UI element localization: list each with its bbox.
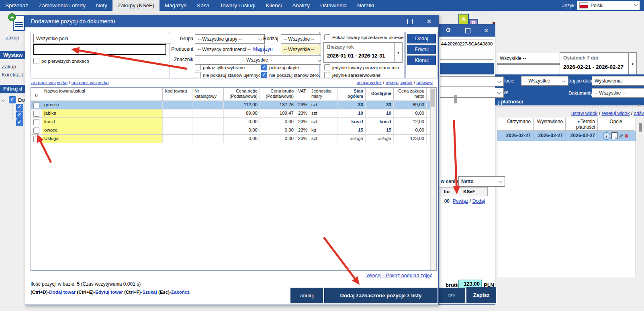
menu-item-ustawienia[interactable]: Ustawienia — [315, 0, 352, 11]
column-header-0[interactable]: 0 — [31, 88, 42, 101]
link-powiaz[interactable]: Powiąż — [453, 198, 468, 204]
column-header-termin[interactable]: ▼Termin płatności — [566, 118, 598, 131]
right-refresh-link[interactable]: odśwież — [634, 111, 644, 116]
maximize-button[interactable] — [461, 25, 474, 37]
row-checkbox[interactable] — [33, 119, 39, 125]
menu-item-zakupy-ksef[interactable]: Zakupy (KSeF) — [112, 0, 159, 11]
refresh-link[interactable]: odśwież — [416, 80, 433, 85]
right-scrollbar-thumb[interactable] — [639, 123, 642, 132]
column-header-stock[interactable]: Stan ogółem — [337, 88, 366, 101]
period-dropdown-button[interactable]: ▾ — [394, 43, 402, 62]
document-number-field[interactable]: 44-20260227-5CA6A08000 — [440, 39, 493, 49]
sidebar-item-zakup[interactable]: Zakup — [2, 64, 16, 70]
column-header-netto[interactable]: Cena netto (Podstawowa) — [224, 88, 260, 101]
product-row-usluga[interactable]: Usługa 0,00 0,00 23% szt usługa usługa 1… — [31, 135, 436, 143]
link-dodaj[interactable]: Dodaj — [472, 198, 485, 204]
column-header-name[interactable]: Nazwa towaru/usługi — [42, 88, 163, 101]
show-hidden-checkbox[interactable]: pokazuj ukryte — [261, 64, 299, 70]
menu-item-zamowienia[interactable]: Zamówienia i oferty — [33, 0, 91, 11]
select-all-link[interactable]: zaznacz wszystko — [31, 80, 67, 85]
reserved-checkbox[interactable]: jedynie zarezerwowane — [324, 72, 380, 78]
column-header-wystawiono[interactable]: Wystawiono — [534, 118, 566, 131]
no-zero-checkbox[interactable]: nie pokazuj stanów zero. — [261, 72, 320, 78]
column-header-opcje[interactable]: Opcje — [598, 118, 634, 131]
date-filter-select[interactable]: Wystawienia — [592, 76, 644, 86]
documents-filter-select[interactable]: -- Wszystkie -- — [592, 88, 644, 98]
new-purchase-icon[interactable]: + — [8, 13, 25, 34]
product-row-owoce[interactable]: owoce 0,00 0,00 23% kg 15 15 0,00 — [31, 126, 436, 135]
ksef-select-1[interactable] — [440, 76, 504, 87]
currency-filter-select[interactable]: -- Wszystkie -- — [521, 76, 568, 86]
right-filter-select[interactable]: Wszystkie -- — [497, 53, 569, 64]
menu-item-noty[interactable]: Noty — [91, 0, 112, 11]
add-selected-button[interactable]: Dodaj zaznaczone pozycje z listy — [324, 288, 438, 303]
column-header-purchase[interactable]: Cena zakupu netto — [394, 88, 427, 101]
reset-view-link[interactable]: resetuj widok — [386, 80, 413, 85]
column-header-unit[interactable]: Jednostka miary — [309, 88, 337, 101]
clone-product-button[interactable]: Klonuj — [407, 56, 436, 65]
row-checkbox[interactable] — [33, 111, 39, 117]
dialog-titlebar[interactable]: Dodawanie pozycji do dokumentu ✕ — [25, 15, 438, 27]
no-negative-checkbox[interactable]: nie pokazuj stanów ujemnych — [195, 72, 263, 78]
cancel-button[interactable]: Anuluj — [290, 288, 323, 303]
search-input[interactable] — [33, 44, 166, 55]
dialog-close-button[interactable]: ✕ — [422, 15, 436, 27]
search-field-select[interactable]: Wszystkie pola — [33, 34, 177, 43]
ksef-scrollbar-thumb[interactable] — [454, 95, 457, 103]
column-header-available[interactable]: Dostępne — [366, 88, 394, 101]
tree-expand-icon[interactable] — [2, 97, 6, 102]
tree-child-checkbox-2[interactable] — [16, 111, 23, 119]
column-header-netto-partial[interactable]: tto — [438, 187, 451, 196]
row-checkbox[interactable] — [33, 128, 39, 134]
grupa-select[interactable]: -- Wszystkie grupy -- — [195, 34, 265, 44]
tree-child-checkbox-3[interactable] — [16, 119, 23, 126]
menu-item-analizy[interactable]: Analizy — [287, 0, 315, 11]
column-header-vat[interactable]: VAT — [296, 88, 309, 101]
ksef-select-2[interactable] — [440, 88, 504, 98]
edit-product-button[interactable]: Edytuj — [407, 45, 436, 54]
column-header-code[interactable]: Kod towaru — [163, 88, 192, 101]
letter-a-icon[interactable]: A — [458, 14, 469, 25]
empty-field[interactable] — [440, 51, 493, 60]
menu-item-kasa[interactable]: Kasa — [192, 0, 215, 11]
only-selected-checkbox[interactable]: pokaż tylko wybrane — [195, 64, 245, 70]
info-icon[interactable]: i — [603, 132, 610, 140]
dialog-maximize-button[interactable] — [403, 15, 417, 27]
set-view-link[interactable]: ustaw widok — [356, 80, 382, 85]
right-filter-select-2[interactable] — [497, 64, 569, 75]
column-header-ksef[interactable]: KSeF — [451, 187, 488, 196]
product-row-gruszki[interactable]: gruszki 112,00 137,76 23% szt 33 33 89,0… — [31, 101, 436, 109]
price-mode-select[interactable]: Netto — [458, 176, 505, 187]
product-row-koszt[interactable]: koszt 0,00 0,00 23% szt koszt koszt 12,0… — [31, 118, 436, 126]
gear-icon[interactable]: ⚙ — [446, 27, 451, 34]
more-preview-link[interactable]: Więcej - Pokaż podgląd zdjęć — [366, 273, 432, 278]
column-header-brutto[interactable]: Cena brutto (Podstawowa) — [260, 88, 296, 101]
language-select[interactable]: Polski — [577, 1, 640, 10]
ksef-window-titlebar[interactable]: ⚙ ✕ — [438, 25, 495, 37]
right-reset-view-link[interactable]: resetuj widok — [601, 111, 630, 116]
date-range-dropdown-button[interactable]: ▾ — [628, 53, 636, 75]
menu-item-klienci[interactable]: Klienci — [261, 0, 287, 11]
column-header-otrzymano[interactable]: Otrzymano — [497, 118, 534, 131]
deselect-all-link[interactable]: odznacz wszystko — [72, 80, 109, 85]
column-header-catalog[interactable]: Nr katalogowy — [192, 88, 224, 101]
save-button[interactable]: Zapisz — [466, 287, 496, 303]
table-scrollbar[interactable] — [430, 88, 436, 270]
right-set-view-link[interactable]: ustaw widok — [571, 111, 597, 116]
table-scrollbar-thumb[interactable] — [431, 89, 435, 107]
pencil-icon[interactable]: ✎ — [616, 134, 626, 138]
tree-child-checkbox-1[interactable] — [16, 104, 23, 111]
menu-item-magazyn[interactable]: Magazyn — [159, 0, 192, 11]
right-date-range-panel[interactable]: Ostatnich 7 dni 2026-02-21 - 2026-02-27 … — [560, 52, 637, 76]
menu-item-sprzedaz[interactable]: Sprzedaż — [0, 0, 33, 11]
period-panel[interactable]: Bieżący rok 2026-01-01 - 2026-12-31 ▾ — [323, 42, 403, 63]
document-row[interactable]: 2026-02-27 2026-02-27 2026-02-27 i ✎ ✕ — [497, 131, 636, 141]
menu-item-towary[interactable]: Towary i usługi — [215, 0, 261, 11]
first-chars-checkbox[interactable]: po pierwszych znakach — [33, 58, 89, 64]
collapse-up-icon[interactable]: ▲ — [638, 103, 641, 107]
close-button[interactable]: ✕ — [479, 25, 493, 37]
row-checkbox[interactable] — [33, 102, 39, 108]
sold-in-period-checkbox[interactable]: Pokaż towary sprzedane w okresie — [324, 34, 404, 40]
znacznik-select[interactable]: -- Wszystkie -- — [195, 55, 324, 65]
product-row-jablka[interactable]: jabłka 89,00 109,47 23% szt 10 10 0,00 — [31, 109, 436, 118]
